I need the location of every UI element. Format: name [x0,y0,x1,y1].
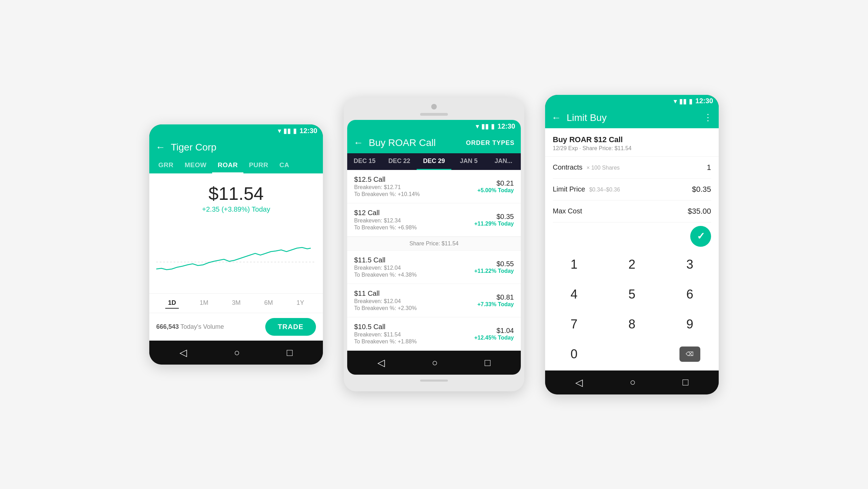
time-1m[interactable]: 1M [197,298,211,309]
options-list-body: $12.5 Call Breakeven: $12.71 To Breakeve… [347,170,521,351]
numpad: 1 2 3 4 5 6 7 8 9 0 ⌫ [545,248,719,370]
max-cost-field-row: Max Cost $35.00 [553,201,711,222]
option-row-0[interactable]: $12.5 Call Breakeven: $12.71 To Breakeve… [347,170,521,203]
back-nav-icon[interactable]: ◁ [180,347,187,358]
tab-purr[interactable]: PURR [243,158,274,173]
numpad-6[interactable]: 6 [661,279,719,309]
option-change-2: +11.22% Today [474,268,514,274]
option-name-1: $12 Call [354,209,417,217]
check-button-row: ✓ [545,222,719,248]
app-bar-2: ← Buy ROAR Call ORDER TYPES [347,132,521,153]
trade-button[interactable]: TRADE [265,318,316,336]
backspace-button[interactable]: ⌫ [679,347,700,362]
home-nav-icon-3[interactable]: ○ [630,377,636,388]
option-to-breakeven-3: To Breakeven %: +2.30% [354,305,417,311]
app-bar-1: ← Tiger Corp [149,137,323,158]
limit-price-label: Limit Price $0.34–$0.36 [553,185,692,193]
option-row-1[interactable]: $12 Call Breakeven: $12.34 To Breakeven … [347,203,521,237]
numpad-1[interactable]: 1 [545,250,603,279]
more-options-button[interactable]: ⋮ [703,112,712,123]
limit-price-value[interactable]: $0.35 [692,185,711,194]
time-1: 12:30 [300,127,317,135]
option-price-3: $0.81 [477,293,514,301]
stock-title: Tiger Corp [171,142,317,153]
time-3m[interactable]: 3M [229,298,243,309]
home-nav-icon-2[interactable]: ○ [432,357,438,368]
time-3: 12:30 [695,97,713,105]
battery-icon: ▮ [293,127,297,135]
option-row-3[interactable]: $11 Call Breakeven: $12.04 To Breakeven … [347,284,521,317]
date-tabs: DEC 15 DEC 22 DEC 29 JAN 5 JAN... [347,153,521,170]
speaker [420,113,448,116]
bottom-bar [420,380,448,382]
date-tab-dec15[interactable]: DEC 15 [347,153,382,170]
order-types-button[interactable]: ORDER TYPES [466,139,515,147]
option-right-1: $0.35 +11.29% Today [474,213,514,227]
volume-label: Today's Volume [181,323,224,330]
option-row-2[interactable]: $11.5 Call Breakeven: $12.04 To Breakeve… [347,251,521,284]
volume-row: 666,543 Today's Volume TRADE [149,313,323,341]
phone-light-inner: ▾ ▮▮ ▮ 12:30 ← Buy ROAR Call ORDER TYPES… [347,120,521,375]
confirm-button[interactable]: ✓ [690,226,711,247]
back-button-2[interactable]: ← [353,137,363,148]
numpad-5[interactable]: 5 [603,279,661,309]
status-bar-2: ▾ ▮▮ ▮ 12:30 [347,120,521,132]
app-bar-3: ← Limit Buy ⋮ [545,107,719,128]
tab-grr[interactable]: GRR [153,158,179,173]
time-1d[interactable]: 1D [165,298,179,309]
option-left-4: $10.5 Call Breakeven: $11.54 To Breakeve… [354,323,417,345]
tab-roar[interactable]: ROAR [212,158,243,173]
back-button-3[interactable]: ← [551,112,561,123]
option-right-4: $1.04 +12.45% Today [474,327,514,341]
option-price-1: $0.35 [474,213,514,221]
numpad-0[interactable]: 0 [545,339,603,369]
nav-bar-2: ◁ ○ □ [347,351,521,375]
numpad-7[interactable]: 7 [545,309,603,339]
back-nav-icon-3[interactable]: ◁ [575,377,583,388]
signal-icon: ▮▮ [283,127,291,135]
numpad-4[interactable]: 4 [545,279,603,309]
tab-ca[interactable]: CA [274,158,295,173]
option-row-4[interactable]: $10.5 Call Breakeven: $11.54 To Breakeve… [347,317,521,351]
recent-nav-icon[interactable]: □ [287,347,293,358]
time-6m[interactable]: 6M [261,298,276,309]
date-tab-jan-more[interactable]: JAN... [486,153,521,170]
date-tab-dec29[interactable]: DEC 29 [417,153,451,170]
time-range-row: 1D 1M 3M 6M 1Y [149,293,323,313]
battery-icon-3: ▮ [689,97,693,105]
option-breakeven-4: Breakeven: $11.54 [354,332,417,338]
back-nav-icon-2[interactable]: ◁ [377,357,385,368]
time-1y[interactable]: 1Y [294,298,307,309]
recent-nav-icon-2[interactable]: □ [485,357,491,368]
option-right-2: $0.55 +11.22% Today [474,260,514,274]
phone-stock: ▾ ▮▮ ▮ 12:30 ← Tiger Corp GRR MEOW ROAR … [149,124,323,365]
wifi-icon-2: ▾ [476,122,479,130]
order-body: Buy ROAR $12 Call 12/29 Exp · Share Pric… [545,128,719,370]
numpad-8[interactable]: 8 [603,309,661,339]
option-name-3: $11 Call [354,290,417,298]
numpad-9[interactable]: 9 [661,309,719,339]
back-button-1[interactable]: ← [156,142,165,153]
phone-order: ▾ ▮▮ ▮ 12:30 ← Limit Buy ⋮ Buy ROAR $12 … [545,95,719,394]
option-price-0: $0.21 [477,179,514,187]
tab-meow[interactable]: MEOW [179,158,212,173]
limit-price-sub: $0.34–$0.36 [589,187,620,193]
option-breakeven-0: Breakeven: $12.71 [354,184,420,190]
date-tab-jan5[interactable]: JAN 5 [451,153,486,170]
option-left-3: $11 Call Breakeven: $12.04 To Breakeven … [354,290,417,311]
max-cost-value: $35.00 [688,207,711,216]
numpad-2[interactable]: 2 [603,250,661,279]
option-change-4: +12.45% Today [474,335,514,341]
options-title: Buy ROAR Call [369,137,460,148]
order-fields: Contracts × 100 Shares 1 Limit Price $0.… [545,157,719,222]
scene: ▾ ▮▮ ▮ 12:30 ← Tiger Corp GRR MEOW ROAR … [0,0,868,489]
numpad-3[interactable]: 3 [661,250,719,279]
home-nav-icon[interactable]: ○ [234,347,240,358]
option-left-2: $11.5 Call Breakeven: $12.04 To Breakeve… [354,256,417,278]
option-price-4: $1.04 [474,327,514,335]
recent-nav-icon-3[interactable]: □ [683,377,688,388]
date-tab-dec22[interactable]: DEC 22 [382,153,417,170]
contracts-value[interactable]: 1 [707,163,711,172]
option-to-breakeven-0: To Breakeven %: +10.14% [354,191,420,197]
wifi-icon-3: ▾ [674,97,677,105]
